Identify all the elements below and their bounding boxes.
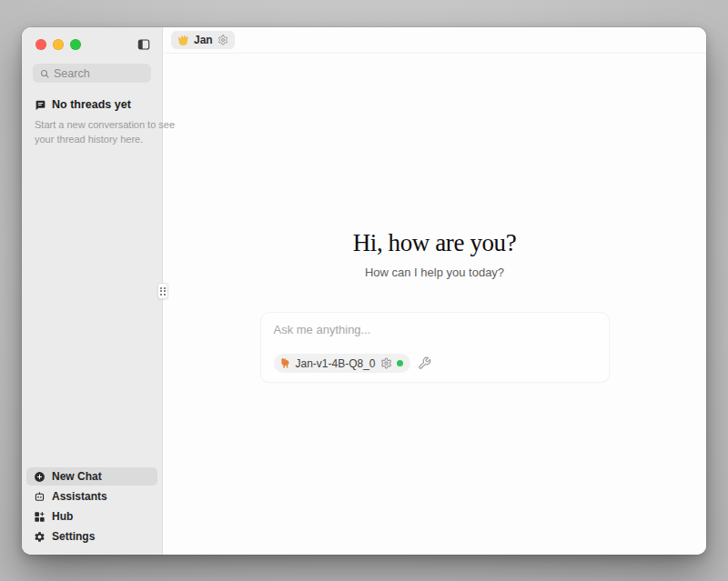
- tab-label: Jan: [194, 34, 213, 46]
- sidebar: Search No threads yet Start a new conver…: [22, 27, 163, 555]
- sidebar-toggle-button[interactable]: [136, 36, 152, 53]
- search-icon: [39, 68, 50, 79]
- sidebar-item-label: Hub: [52, 510, 73, 523]
- model-status-dot: [397, 360, 403, 366]
- greeting-title: Hi, how are you?: [353, 229, 517, 257]
- sidebar-nav: New Chat Assistants: [22, 467, 162, 555]
- chat-empty-area: Hi, how are you? How can I help you toda…: [163, 54, 706, 555]
- zoom-button[interactable]: [70, 39, 81, 50]
- empty-state-title: No threads yet: [52, 98, 131, 111]
- greeting-subtitle: How can I help you today?: [365, 265, 504, 279]
- sidebar-item-hub[interactable]: Hub: [26, 507, 157, 526]
- composer-toolbar: Jan-v1-4B-Q8_0: [274, 354, 596, 373]
- model-selector[interactable]: Jan-v1-4B-Q8_0: [274, 354, 410, 373]
- close-button[interactable]: [35, 39, 46, 50]
- wave-icon: [177, 35, 189, 46]
- sidebar-item-label: New Chat: [52, 470, 102, 483]
- plus-circle-icon: [34, 471, 46, 483]
- sidebar-item-label: Settings: [52, 530, 95, 543]
- gear-icon: [34, 531, 46, 543]
- bot-icon: [34, 491, 46, 503]
- message-bubble-icon: [35, 99, 46, 111]
- blocks-icon: [34, 511, 46, 523]
- model-settings-gear-icon[interactable]: [380, 357, 392, 369]
- composer-placeholder[interactable]: Ask me anything...: [274, 323, 596, 336]
- tab-bar: Jan: [163, 27, 706, 54]
- minimize-button[interactable]: [53, 39, 64, 50]
- sidebar-resize-handle[interactable]: [157, 283, 168, 299]
- message-composer[interactable]: Ask me anything... Jan-v1-4B-Q8_0: [260, 312, 610, 383]
- tab-jan[interactable]: Jan: [171, 31, 235, 49]
- tools-wrench-button[interactable]: [418, 356, 432, 371]
- main-panel: Jan Hi, how are you? How can I help you …: [163, 27, 706, 555]
- sidebar-titlebar: [22, 27, 162, 58]
- model-name: Jan-v1-4B-Q8_0: [296, 357, 376, 370]
- sidebar-item-label: Assistants: [52, 490, 107, 503]
- llama-icon: [279, 357, 291, 369]
- sidebar-item-assistants[interactable]: Assistants: [26, 487, 157, 506]
- empty-state-description: Start a new conversation to see your thr…: [35, 118, 149, 147]
- threads-empty-state: No threads yet Start a new conversation …: [35, 98, 149, 147]
- traffic-lights: [35, 39, 81, 50]
- search-placeholder: Search: [54, 67, 90, 80]
- panel-left-icon: [136, 37, 151, 52]
- sidebar-item-settings[interactable]: Settings: [26, 527, 157, 546]
- sidebar-item-new-chat[interactable]: New Chat: [26, 467, 157, 486]
- tab-gear-icon[interactable]: [217, 35, 228, 45]
- app-window: Search No threads yet Start a new conver…: [22, 27, 706, 555]
- search-input[interactable]: Search: [33, 64, 151, 83]
